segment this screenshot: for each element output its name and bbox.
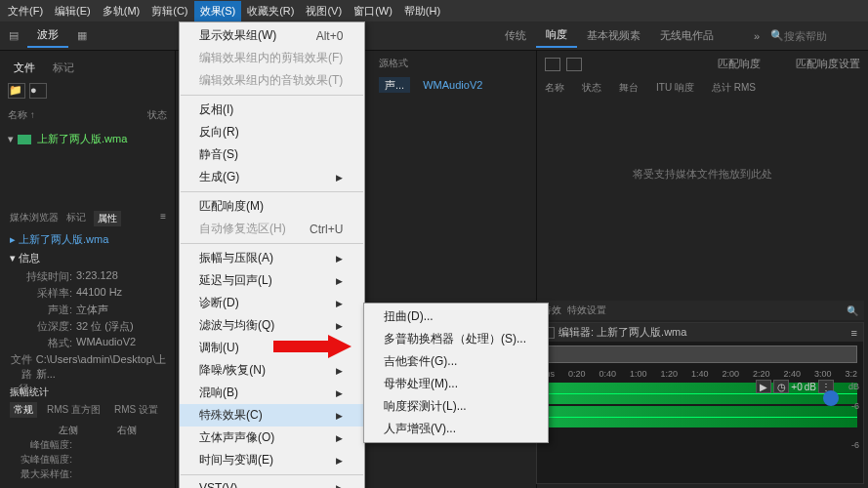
tab-waveform[interactable]: 波形	[27, 23, 68, 48]
menu-item: 编辑效果组内的剪辑效果(F)	[180, 47, 364, 69]
record-icon[interactable]: ●	[29, 83, 47, 99]
col-name[interactable]: 名称 ↑	[8, 108, 35, 122]
menubar: 文件(F)编辑(E)多轨(M)剪辑(C)效果(S)收藏夹(R)视图(V)窗口(W…	[0, 0, 868, 21]
menu-1[interactable]: 编辑(E)	[49, 1, 97, 21]
stat-col: 右侧	[117, 424, 137, 437]
menu-4[interactable]: 效果(S)	[194, 1, 242, 21]
menu-item[interactable]: 匹配响度(M)	[180, 195, 364, 218]
tab-markers[interactable]: 标记	[45, 57, 82, 79]
info-value: 立体声	[76, 303, 108, 317]
tab-markers-2[interactable]: 标记	[66, 211, 86, 226]
menu-8[interactable]: 帮助(H)	[398, 1, 446, 21]
menu-5[interactable]: 收藏夹(R)	[241, 1, 300, 21]
submenu-item[interactable]: 吉他套件(G)...	[364, 350, 548, 373]
info-value: 3:23.128	[76, 269, 118, 284]
submenu-item[interactable]: 扭曲(D)...	[364, 305, 548, 328]
menu-item[interactable]: 诊断(D)▶	[180, 292, 364, 314]
col-header[interactable]: 状态	[582, 81, 601, 95]
info-panel: 媒体浏览器 标记 属性 ≡ ▸ 上新了两人版.wma ▾ 信息 持续时间:3:2…	[0, 205, 176, 404]
main-toolbar: ▤ 波形 ▦ 传统 响度 基本视频素 无线电作品 » 🔍	[0, 21, 868, 51]
menu-2[interactable]: 多轨(M)	[97, 1, 146, 21]
menu-6[interactable]: 视图(V)	[300, 1, 348, 21]
stats-tab[interactable]: 常规	[10, 402, 37, 418]
menu-item[interactable]: 立体声声像(O)▶	[180, 427, 364, 449]
overview-strip[interactable]	[543, 346, 857, 363]
tool-icon[interactable]: ▶	[756, 380, 771, 393]
red-arrow-annotation	[273, 335, 351, 358]
col-header[interactable]: 舞台	[619, 81, 639, 95]
menu-0[interactable]: 文件(F)	[2, 1, 49, 21]
multitrack-icon[interactable]: ▦	[70, 25, 94, 47]
menu-item[interactable]: 降噪/恢复(N)▶	[180, 359, 364, 382]
expand-icon[interactable]: »	[745, 25, 768, 47]
track-toolbar: 特效 特效设置 🔍	[536, 301, 864, 320]
col-header[interactable]: 总计 RMS	[712, 81, 756, 95]
tab-radio[interactable]: 无线电作品	[650, 24, 723, 47]
clock-icon[interactable]: ◷	[773, 380, 789, 393]
right-tab[interactable]: 匹配响度	[718, 57, 761, 71]
info-value: 44100 Hz	[76, 286, 122, 301]
fx-settings[interactable]: 特效设置	[567, 304, 606, 317]
info-label: 位深度:	[10, 319, 72, 334]
menu-item[interactable]: 生成(G)▶	[180, 166, 364, 188]
open-file-icon[interactable]: 📁	[8, 83, 25, 99]
svg-marker-0	[273, 335, 351, 358]
submenu-item[interactable]: 响度探测计(L)...	[364, 395, 548, 418]
menu-item[interactable]: 特殊效果(C)▶	[180, 404, 364, 427]
tab-media-browser[interactable]: 媒体浏览器	[10, 211, 59, 226]
stats-tab[interactable]: RMS 直方图	[43, 402, 104, 418]
folder-icon-2[interactable]	[566, 58, 582, 71]
tab-properties[interactable]: 属性	[94, 211, 121, 226]
dropzone[interactable]: 将受支持媒体文件拖放到此处	[633, 167, 772, 182]
menu-item[interactable]: 延迟与回声(L)▶	[180, 269, 364, 292]
info-label: 持续时间:	[10, 269, 72, 284]
menu-item[interactable]: 时间与变调(E)▶	[180, 449, 364, 471]
format-label: 源格式	[379, 57, 408, 70]
editor-title: 编辑器: 上新了两人版.wma	[558, 325, 686, 340]
search-input[interactable]	[784, 30, 862, 42]
file-row[interactable]: ▾ 上新了两人版.wma	[0, 128, 175, 150]
search-help[interactable]: 🔍	[770, 29, 862, 42]
stats-title: 振幅统计	[10, 386, 166, 399]
menu-item[interactable]: 振幅与压限(A)▶	[180, 247, 364, 269]
menu-item[interactable]: VST(V)▶	[180, 478, 364, 488]
menu-7[interactable]: 窗口(W)	[348, 1, 398, 21]
waveform-icon[interactable]: ▤	[2, 25, 25, 47]
menu-item[interactable]: 混响(B)▶	[180, 382, 364, 404]
submenu-item[interactable]: 母带处理(M)...	[364, 373, 548, 395]
stat-label: 峰值幅度:	[10, 438, 72, 452]
tab-loudness[interactable]: 响度	[536, 23, 577, 48]
file-name: 上新了两人版.wma	[37, 132, 127, 146]
gain-controls[interactable]: ▶ ◷ +0 dB ⋮	[756, 380, 834, 393]
stats-panel: 振幅统计 常规RMS 直方图RMS 设置 左侧右侧 峰值幅度:实峰值幅度:最大采…	[0, 380, 176, 488]
tab-legacy[interactable]: 传统	[495, 24, 536, 47]
waveform-editor: 编辑器: 上新了两人版.wma ≡ ms0:200:401:001:201:40…	[536, 322, 864, 484]
info-value: 32 位 (浮点)	[76, 319, 134, 334]
submenu-item[interactable]: 人声增强(V)...	[364, 418, 548, 440]
right-setting[interactable]: 匹配响度设置	[796, 57, 860, 71]
time-ruler[interactable]: ms0:200:401:001:201:402:002:202:403:003:…	[537, 367, 863, 381]
menu-3[interactable]: 剪辑(C)	[145, 1, 193, 21]
stats-tab[interactable]: RMS 设置	[110, 402, 162, 418]
audio-file-icon	[18, 135, 31, 144]
col-header[interactable]: 名称	[545, 81, 564, 95]
info-label: 采样率:	[10, 286, 72, 301]
col-status[interactable]: 状态	[147, 108, 167, 122]
playhead-marker[interactable]	[823, 390, 839, 406]
menu-item[interactable]: 显示效果组(W)Alt+0	[180, 24, 364, 47]
menu-item: 编辑效果组内的音轨效果(T)	[180, 69, 364, 92]
waveform-right[interactable]	[543, 406, 857, 427]
tab-video[interactable]: 基本视频素	[577, 24, 650, 47]
submenu-item[interactable]: 多普勒换档器（处理）(S)...	[364, 328, 548, 350]
menu-item[interactable]: 反相(I)	[180, 99, 364, 121]
tab-files[interactable]: 文件	[6, 57, 43, 79]
stat-label: 实峰值幅度:	[10, 453, 72, 467]
menu-item[interactable]: 反向(R)	[180, 121, 364, 143]
folder-icon[interactable]	[545, 58, 560, 71]
stat-label: 最大采样值:	[10, 468, 72, 481]
col-header[interactable]: ITU 响度	[656, 81, 694, 95]
menu-item[interactable]: 滤波与均衡(Q)▶	[180, 314, 364, 337]
format-value: WMAudioV2	[423, 79, 482, 91]
menu-item[interactable]: 静音(S)	[180, 143, 364, 166]
special-effects-submenu: 扭曲(D)...多普勒换档器（处理）(S)...吉他套件(G)...母带处理(M…	[363, 303, 549, 443]
